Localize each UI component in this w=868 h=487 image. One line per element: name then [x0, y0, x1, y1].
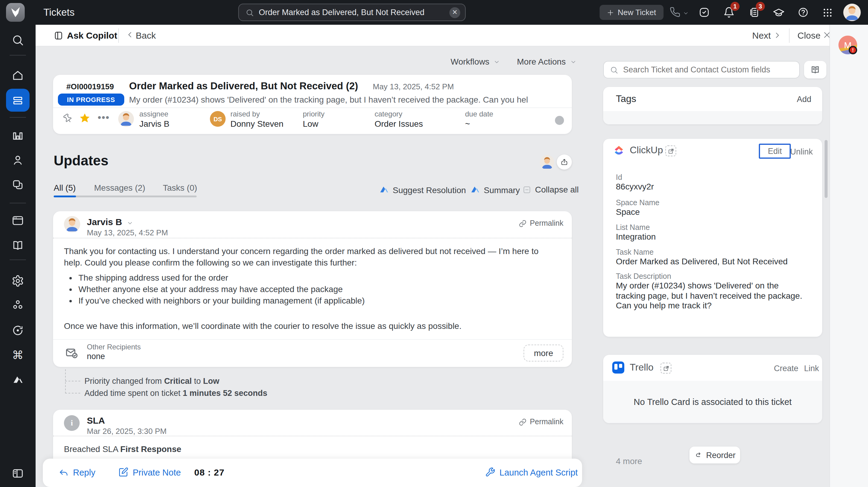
hub-circles-icon[interactable] [11, 299, 24, 311]
more-actions-dropdown[interactable]: More Actions [517, 57, 577, 66]
divider [53, 238, 572, 238]
analytics-icon[interactable] [11, 129, 24, 142]
chevron-down-icon[interactable] [127, 220, 133, 226]
phone-icon[interactable] [670, 7, 680, 18]
knowledge-book-icon[interactable] [11, 239, 24, 252]
user-avatar[interactable] [843, 4, 861, 21]
suggest-resolution-button[interactable]: Suggest Resolution [379, 185, 466, 195]
ticket-summary-card: #OI00019159 IN PROGRESS Order Marked as … [53, 75, 572, 134]
workflows-dropdown[interactable]: Workflows [451, 57, 500, 66]
tab-tasks[interactable]: Tasks (0) [163, 183, 197, 192]
category-label: category [375, 110, 402, 118]
clickup-card: ClickUp Edit Unlink Id 86cyxvy2r Space N… [603, 139, 822, 337]
external-link-icon[interactable] [660, 363, 671, 373]
ask-copilot-button[interactable]: Ask Copilot [67, 30, 117, 40]
tab-all[interactable]: All (5) [54, 183, 76, 192]
divider [10, 203, 26, 203]
global-search[interactable]: ✕ [238, 4, 466, 21]
search-icon [246, 8, 254, 17]
browser-window-icon[interactable] [11, 214, 24, 227]
apps-grid-icon[interactable] [822, 7, 833, 18]
divider [118, 28, 119, 43]
presence-dot[interactable] [555, 116, 564, 125]
message-card: Jarvis B May 13, 2025, 4:52 PM Permalink… [53, 211, 572, 367]
launch-agent-script-button[interactable]: Launch Agent Script [485, 467, 578, 477]
help-icon[interactable] [798, 7, 809, 18]
integrations-icon[interactable] [11, 179, 24, 191]
divider [53, 108, 572, 108]
trello-logo [612, 362, 624, 373]
filter-avatar[interactable] [540, 155, 554, 170]
close-button[interactable]: Close [798, 30, 820, 40]
field-value: 86cyxvy2r [616, 182, 654, 191]
star-icon[interactable] [79, 112, 91, 124]
pin-icon[interactable] [61, 111, 75, 125]
search-icon[interactable] [11, 34, 24, 47]
ai-triangle-icon[interactable] [11, 373, 24, 386]
field-label: Task Description [616, 272, 671, 281]
reply-button[interactable]: Reply [59, 467, 95, 477]
chevron-left-icon [126, 31, 134, 39]
next-button[interactable]: Next [752, 30, 771, 40]
tab-messages[interactable]: Messages (2) [94, 183, 145, 192]
recipients-label: Other Recipients [87, 343, 141, 351]
raised-by-avatar[interactable]: DS [210, 111, 226, 127]
more-recipients-button[interactable]: more [524, 344, 563, 362]
search-icon [610, 65, 618, 74]
assignee-label: assignee [140, 110, 168, 118]
recipients-value: none [87, 352, 105, 361]
field-label: List Name [616, 223, 650, 232]
divider [789, 28, 789, 43]
chevron-down-icon[interactable] [683, 10, 689, 16]
assignee-value[interactable]: Jarvis B [140, 119, 169, 128]
task-check-icon[interactable] [699, 7, 710, 18]
contacts-icon[interactable] [11, 154, 24, 166]
back-button[interactable]: Back [136, 30, 156, 40]
notifications-badge: 1 [731, 2, 740, 11]
app-logo[interactable] [6, 3, 25, 22]
clickup-edit-button[interactable]: Edit [759, 144, 791, 159]
export-share-button[interactable] [557, 154, 572, 170]
reorder-button[interactable]: Reorder [689, 447, 740, 463]
collapse-all-button[interactable]: Collapse all [522, 185, 579, 194]
composer-bar: Reply Private Note 08 : 27 Launch Agent … [43, 459, 582, 487]
external-link-icon[interactable] [665, 146, 676, 156]
automation-target-icon[interactable] [11, 324, 24, 337]
scrollbar-thumb[interactable] [825, 140, 827, 198]
log-dash [65, 393, 80, 393]
permalink-button[interactable]: Permalink [519, 418, 563, 426]
chevron-right-icon [773, 31, 781, 39]
timer: 08 : 27 [194, 467, 224, 477]
search-input[interactable] [259, 8, 450, 17]
tags-empty-strip [603, 111, 822, 124]
ai-triangle-icon [470, 185, 480, 195]
settings-gear-icon[interactable] [11, 275, 24, 287]
category-value[interactable]: Order Issues [375, 119, 423, 128]
trello-create-button[interactable]: Create [774, 364, 798, 373]
custom-fields-search-input[interactable] [623, 65, 793, 74]
trello-empty-state: No Trello Card is associated to this tic… [603, 381, 822, 423]
add-tag-button[interactable]: Add [797, 95, 811, 104]
new-ticket-button[interactable]: New Ticket [599, 5, 663, 20]
clear-search-icon[interactable]: ✕ [450, 7, 460, 18]
chevron-down-icon [570, 58, 577, 65]
sla-datetime: Mar 26, 2025, 3:30 PM [87, 427, 167, 436]
custom-fields-search[interactable] [603, 61, 800, 79]
home-icon[interactable] [11, 69, 24, 82]
command-icon[interactable]: ⌘ [11, 349, 24, 362]
raised-by-value[interactable]: Donny Steven [230, 119, 283, 128]
permalink-button[interactable]: Permalink [519, 219, 563, 227]
clickup-more-link[interactable]: 4 more [616, 456, 642, 466]
author-name[interactable]: Jarvis B [87, 217, 122, 227]
due-date-value[interactable]: ~ [465, 119, 470, 128]
more-options-icon[interactable]: ••• [98, 112, 110, 123]
clickup-unlink-button[interactable]: Unlink [790, 147, 813, 156]
panel-toggle-icon[interactable] [11, 467, 24, 480]
trello-link-button[interactable]: Link [804, 364, 819, 373]
priority-value[interactable]: Low [303, 119, 318, 128]
custom-fields-book-button[interactable] [804, 61, 826, 79]
assignee-avatar[interactable] [118, 111, 134, 127]
summary-button[interactable]: Summary [470, 185, 520, 195]
private-note-button[interactable]: Private Note [118, 467, 181, 477]
academy-cap-icon[interactable] [773, 7, 785, 19]
